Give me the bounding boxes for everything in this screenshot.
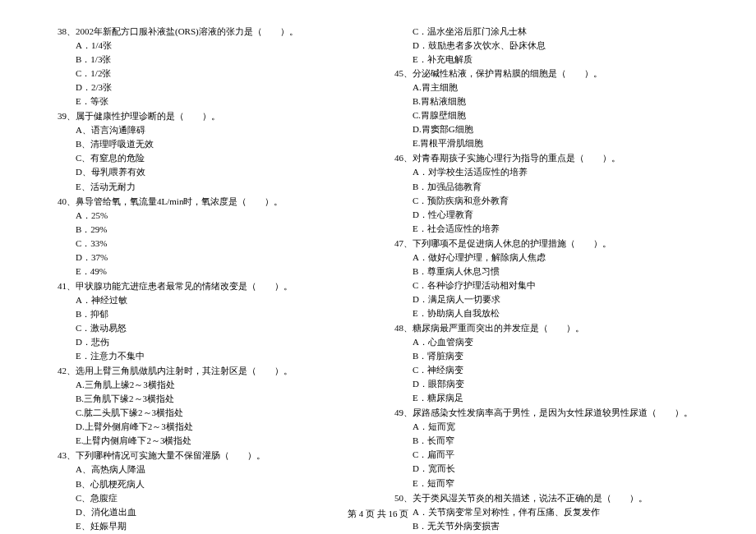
options: A.胃主细胞 B.胃粘液细胞 C.胃腺壁细胞 D.胃窦部G细胞 E.胃根平滑肌细…: [413, 81, 698, 150]
option: D．眼部病变: [413, 377, 698, 391]
question-block: 46、对青春期孩子实施心理行为指导的重点是（ ）。 A．对学校生活适应性的培养 …: [394, 151, 698, 235]
options: A．对学校生活适应性的培养 B．加强品德教育 C．预防疾病和意外教育 D．性心理…: [413, 165, 698, 235]
option: C.胃腺壁细胞: [413, 108, 698, 122]
q-text: 38、2002年新配方口服补液盐(ORS)溶液的张力是（ ）。: [58, 26, 298, 36]
question-block: 42、选用上臂三角肌做肌内注射时，其注射区是（ ）。 A.三角肌上缘2～3横指处…: [58, 364, 362, 448]
option: B．1/3张: [76, 53, 362, 67]
option: E．社会适应性的培养: [413, 222, 698, 236]
option: D．2/3张: [76, 81, 362, 94]
left-column: 38、2002年新配方口服补液盐(ORS)溶液的张力是（ ）。 A．1/4张 B…: [58, 25, 362, 501]
options: A．心血管病变 B．肾脏病变 C．神经病变 D．眼部病变 E．糖尿病足: [413, 335, 698, 405]
options: A.三角肌上缘2～3横指处 B.三角肌下缘2～3横指处 C.肱二头肌下缘2～3横…: [76, 378, 362, 448]
option: B、清理呼吸道无效: [76, 137, 362, 151]
option: D、母乳喂养有效: [76, 165, 362, 179]
option: A．25%: [76, 209, 362, 223]
q-text: 39、属于健康性护理诊断的是（ ）。: [58, 111, 220, 121]
question-block: 40、鼻导管给氧，氧流量4L/min时，氧浓度是（ ）。 A．25% B．29%…: [58, 195, 362, 279]
option: B．无关节外病变损害: [413, 519, 698, 533]
option: D．性心理教育: [413, 208, 698, 222]
option: A.三角肌上缘2～3横指处: [76, 378, 362, 392]
option: A．做好心理护理，解除病人焦虑: [413, 251, 698, 265]
option: E、活动无耐力: [76, 180, 362, 194]
option: C．温水坐浴后肛门涂凡士林: [413, 25, 698, 39]
option: A．心血管病变: [413, 335, 698, 349]
question-block: 39、属于健康性护理诊断的是（ ）。 A、语言沟通障碍 B、清理呼吸道无效 C、…: [58, 109, 362, 193]
q-text: 48、糖尿病最严重而突出的并发症是（ ）。: [394, 323, 584, 333]
option: C．1/2张: [76, 67, 362, 81]
option: B．29%: [76, 223, 362, 237]
question-block: 48、糖尿病最严重而突出的并发症是（ ）。 A．心血管病变 B．肾脏病变 C．神…: [394, 321, 698, 405]
option: C．预防疾病和意外教育: [413, 194, 698, 208]
option: B.三角肌下缘2～3横指处: [76, 392, 362, 406]
option: E．糖尿病足: [413, 391, 698, 405]
option: E．协助病人自我放松: [413, 306, 698, 320]
options: A、语言沟通障碍 B、清理呼吸道无效 C、有窒息的危险 D、母乳喂养有效 E、活…: [76, 123, 362, 193]
option: D．宽而长: [413, 462, 698, 476]
q-text: 40、鼻导管给氧，氧流量4L/min时，氧浓度是（ ）。: [58, 196, 283, 206]
option: D.上臂外侧肩峰下2～3横指处: [76, 420, 362, 434]
options-continued: C．温水坐浴后肛门涂凡士林 D．鼓励患者多次饮水、卧床休息 E．补充电解质: [413, 25, 698, 67]
option: A．对学校生活适应性的培养: [413, 165, 698, 179]
options: A．1/4张 B．1/3张 C．1/2张 D．2/3张 E．等张: [76, 39, 362, 108]
q-text: 46、对青春期孩子实施心理行为指导的重点是（ ）。: [394, 153, 620, 163]
option: D.胃窦部G细胞: [413, 122, 698, 136]
option: C．神经病变: [413, 363, 698, 377]
page-container: 38、2002年新配方口服补液盐(ORS)溶液的张力是（ ）。 A．1/4张 B…: [58, 25, 698, 501]
option: A.胃主细胞: [413, 81, 698, 94]
option: C、急腹症: [76, 491, 362, 505]
option: A．短而宽: [413, 420, 698, 434]
option: E．49%: [76, 265, 362, 279]
option: B．加强品德教育: [413, 180, 698, 194]
option: A、高热病人降温: [76, 463, 362, 476]
option: D、消化道出血: [76, 505, 362, 519]
option: D．悲伤: [76, 335, 362, 349]
right-column: C．温水坐浴后肛门涂凡士林 D．鼓励患者多次饮水、卧床休息 E．补充电解质 45…: [394, 25, 698, 501]
q-text: 42、选用上臂三角肌做肌内注射时，其注射区是（ ）。: [58, 366, 293, 375]
q-text: 49、尿路感染女性发病率高于男性，是因为女性尿道较男性尿道（ ）。: [394, 407, 693, 417]
option: C．激动易怒: [76, 321, 362, 335]
question-block: 47、下列哪项不是促进病人休息的护理措施（ ）。 A．做好心理护理，解除病人焦虑…: [394, 237, 698, 320]
option: B．长而窄: [413, 434, 698, 448]
option: B．抑郁: [76, 307, 362, 321]
options: A．关节病变常呈对称性，伴有压痛、反复发作 B．无关节外病变损害 C．与环境、感…: [413, 505, 698, 534]
option: B.胃粘液细胞: [413, 94, 698, 108]
option: E．短而窄: [413, 476, 698, 490]
options: A．神经过敏 B．抑郁 C．激动易怒 D．悲伤 E．注意力不集中: [76, 293, 362, 363]
q-text: 43、下列哪种情况可实施大量不保留灌肠（ ）。: [58, 450, 265, 460]
option: B．肾脏病变: [413, 349, 698, 363]
option: A、语言沟通障碍: [76, 123, 362, 137]
option: A．关节病变常呈对称性，伴有压痛、反复发作: [413, 505, 698, 519]
question-block: 43、下列哪种情况可实施大量不保留灌肠（ ）。 A、高热病人降温 B、心肌梗死病…: [58, 449, 362, 532]
option: A．神经过敏: [76, 293, 362, 307]
options: A．做好心理护理，解除病人焦虑 B．尊重病人休息习惯 C．各种诊疗护理活动相对集…: [413, 251, 698, 320]
q-text: 47、下列哪项不是促进病人休息的护理措施（ ）。: [394, 238, 611, 248]
option: C．33%: [76, 237, 362, 251]
options: A．25% B．29% C．33% D．37% E．49%: [76, 209, 362, 279]
question-block: 38、2002年新配方口服补液盐(ORS)溶液的张力是（ ）。 A．1/4张 B…: [58, 25, 362, 108]
options: A．短而宽 B．长而窄 C．扁而平 D．宽而长 E．短而窄: [413, 420, 698, 490]
option: C．各种诊疗护理活动相对集中: [413, 279, 698, 292]
question-block: 50、关于类风湿关节炎的相关描述，说法不正确的是（ ）。 A．关节病变常呈对称性…: [394, 491, 698, 534]
option: E．补充电解质: [413, 53, 698, 67]
option: E.胃根平滑肌细胞: [413, 136, 698, 150]
q-text: 50、关于类风湿关节炎的相关描述，说法不正确的是（ ）。: [394, 493, 648, 503]
options: A、高热病人降温 B、心肌梗死病人 C、急腹症 D、消化道出血 E、妊娠早期: [76, 463, 362, 532]
option: C．扁而平: [413, 448, 698, 462]
option: E.上臂内侧肩峰下2～3横指处: [76, 434, 362, 448]
option: E．等张: [76, 94, 362, 108]
question-block: 45、分泌碱性粘液，保护胃粘膜的细胞是（ ）。 A.胃主细胞 B.胃粘液细胞 C…: [394, 67, 698, 150]
question-block: 41、甲状腺功能亢进症患者最常见的情绪改变是（ ）。 A．神经过敏 B．抑郁 C…: [58, 279, 362, 363]
option: D．37%: [76, 251, 362, 265]
option: C、有窒息的危险: [76, 151, 362, 165]
option: D．鼓励患者多次饮水、卧床休息: [413, 39, 698, 53]
option: B．尊重病人休息习惯: [413, 265, 698, 279]
option: A．1/4张: [76, 39, 362, 53]
q-text: 45、分泌碱性粘液，保护胃粘膜的细胞是（ ）。: [394, 68, 602, 78]
q-text: 41、甲状腺功能亢进症患者最常见的情绪改变是（ ）。: [58, 281, 293, 291]
option: E、妊娠早期: [76, 519, 362, 533]
option: E．注意力不集中: [76, 349, 362, 363]
option: B、心肌梗死病人: [76, 477, 362, 491]
option: D．满足病人一切要求: [413, 292, 698, 306]
question-block: 49、尿路感染女性发病率高于男性，是因为女性尿道较男性尿道（ ）。 A．短而宽 …: [394, 406, 698, 490]
option: C.肱二头肌下缘2～3横指处: [76, 406, 362, 420]
